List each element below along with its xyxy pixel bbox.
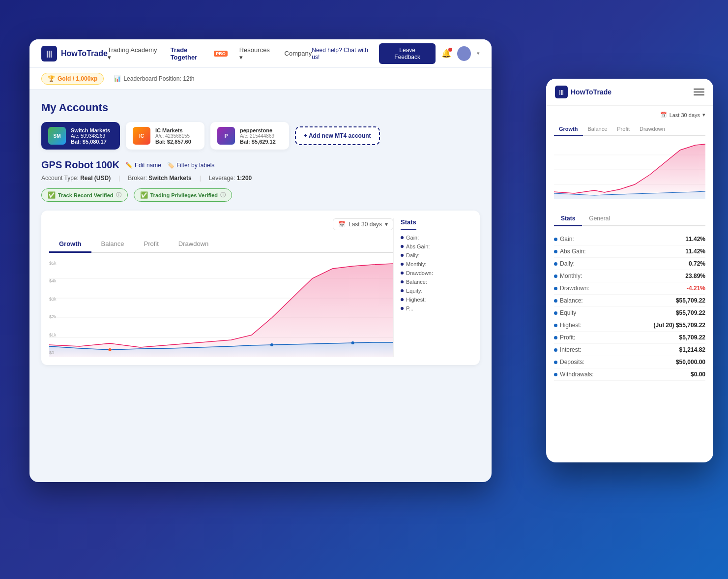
notif-dot — [448, 48, 452, 52]
mobile-stat-label-equity: Equity — [554, 309, 576, 316]
main-desktop-panel: ||| HowToTrade Trading Academy ▾ Trade T… — [29, 39, 492, 482]
tab-drawdown[interactable]: Drawdown — [169, 236, 218, 253]
mobile-stat-label-deposits: Deposits: — [554, 359, 584, 366]
filter-labels-link[interactable]: 🏷️ Filter by labels — [167, 162, 214, 169]
strategy-name: GPS Robot 100K — [41, 159, 119, 171]
mobile-stat-row-equity: Equity $55,709.22 — [554, 307, 705, 319]
nav-resources[interactable]: Resources ▾ — [239, 46, 273, 61]
mobile-tab-profit[interactable]: Profit — [612, 123, 635, 136]
edit-name-link[interactable]: ✏️ Edit name — [125, 162, 161, 169]
mobile-chart-area — [554, 140, 705, 199]
account-card-icmarkets[interactable]: IC IC Markets A/c: 423568155 Bal: $2,857… — [126, 122, 204, 150]
leaderboard-badge: 📊 Leaderboard Position: 12th — [114, 75, 194, 82]
mobile-tab-drawdown[interactable]: Drawdown — [635, 123, 670, 136]
chart-left: 📅 Last 30 days ▾ Growth Balance Profit D… — [49, 218, 393, 357]
mobile-stat-row-drawdown: Drawdown: -4.21% — [554, 282, 705, 295]
notification-icon[interactable]: 🔔 — [441, 49, 451, 58]
mobile-stat-row-withdrawals: Withdrawals: $0.00 — [554, 368, 705, 381]
verification-badges: ✅ Track Record Verified ⓘ ✅ Trading Priv… — [41, 188, 480, 202]
svg-point-5 — [270, 343, 273, 346]
stat-daily: Daily: — [401, 252, 472, 258]
feedback-button[interactable]: Leave Feedback — [379, 43, 436, 64]
account-info-pepper: pepperstone A/c: 215444869 Bal: $5,629.1… — [240, 127, 276, 145]
mobile-stats-section: Stats General Gain: 11.42% Abs Gain: 11.… — [546, 205, 713, 388]
nav-bar: ||| HowToTrade Trading Academy ▾ Trade T… — [29, 39, 492, 68]
account-info-ic: IC Markets A/c: 423568155 Bal: $2,857.60 — [155, 127, 191, 145]
mobile-logo[interactable]: ||| HowToTrade — [555, 86, 612, 98]
mobile-tab-balance[interactable]: Balance — [583, 123, 612, 136]
sub-header: 🏆 Gold / 1,000xp 📊 Leaderboard Position:… — [29, 68, 492, 90]
mobile-stat-dot-abs — [554, 250, 557, 253]
stat-dot-daily — [401, 254, 404, 257]
strategy-header: GPS Robot 100K ✏️ Edit name 🏷️ Filter by… — [41, 159, 480, 171]
nav-trade-together[interactable]: Trade Together PRO — [171, 46, 228, 61]
logo[interactable]: ||| HowToTrade — [41, 46, 108, 61]
mobile-stat-label-daily: Daily: — [554, 260, 575, 267]
stat-equity: Equity: — [401, 288, 472, 294]
mobile-stat-label-withdrawals: Withdrawals: — [554, 371, 594, 378]
tab-profit[interactable]: Profit — [134, 236, 168, 253]
hamburger-menu[interactable] — [694, 89, 704, 95]
check-icon: ✅ — [48, 191, 56, 199]
tab-balance[interactable]: Balance — [91, 236, 134, 253]
check-icon-2: ✅ — [140, 191, 148, 199]
mobile-date-picker[interactable]: 📅 Last 30 days ▾ — [660, 112, 705, 118]
stat-dot-highest — [401, 298, 404, 301]
mobile-stat-dot-gain — [554, 238, 557, 241]
xp-badge: 🏆 Gold / 1,000xp — [41, 73, 104, 85]
stats-title: Stats — [401, 218, 416, 230]
mobile-stat-value-daily: 0.72% — [689, 260, 705, 267]
mobile-stat-row-abs-gain: Abs Gain: 11.42% — [554, 245, 705, 258]
mobile-growth-chart — [554, 140, 705, 199]
pepperstone-logo: P — [217, 127, 235, 145]
mobile-stat-value-abs: 11.42% — [685, 248, 705, 255]
mobile-stats-tabs: Stats General — [554, 212, 705, 226]
mobile-stat-row-balance: Balance: $55,709.22 — [554, 295, 705, 307]
stat-monthly: Monthly: — [401, 261, 472, 267]
mobile-stat-row-highest: Highest: (Jul 20) $55,709.22 — [554, 319, 705, 332]
info-icon[interactable]: ⓘ — [116, 191, 121, 199]
mobile-logo-icon: ||| — [555, 86, 568, 98]
mobile-stats-tab-general[interactable]: General — [582, 212, 617, 226]
mobile-stat-row-profit: Profit: $5,709.22 — [554, 332, 705, 344]
avatar[interactable] — [457, 46, 471, 61]
chat-link[interactable]: Need help? Chat with us! — [312, 47, 373, 61]
mobile-stat-dot-highest — [554, 324, 557, 327]
info-icon-2[interactable]: ⓘ — [220, 191, 226, 199]
mobile-stat-label-abs: Abs Gain: — [554, 248, 586, 255]
mobile-stat-value-highest: (Jul 20) $55,709.22 — [654, 322, 705, 329]
mobile-stat-dot-monthly — [554, 274, 557, 278]
tab-growth[interactable]: Growth — [49, 236, 91, 253]
y-axis-labels: $5k $4k $3k $2k $1k $0 — [49, 259, 57, 357]
mobile-stat-dot-profit — [554, 336, 557, 339]
nav-right: Need help? Chat with us! Leave Feedback … — [312, 43, 480, 64]
mobile-nav: ||| HowToTrade — [546, 79, 713, 106]
mobile-stat-dot-deposits — [554, 361, 557, 364]
nav-trading-academy[interactable]: Trading Academy ▾ — [108, 46, 159, 61]
account-card-pepperstone[interactable]: P pepperstone A/c: 215444869 Bal: $5,629… — [210, 122, 289, 150]
mobile-stat-label-monthly: Monthly: — [554, 273, 582, 279]
add-account-button[interactable]: + Add new MT4 account — [295, 126, 380, 145]
mobile-stat-dot-interest — [554, 348, 557, 352]
mobile-stat-label-highest: Highest: — [554, 322, 582, 329]
mobile-stat-row-interest: Interest: $1,214.82 — [554, 344, 705, 356]
chart-icon: 📊 — [114, 75, 121, 82]
mobile-panel: ||| HowToTrade 📅 Last 30 days ▾ Growth B… — [546, 79, 713, 462]
mobile-tab-growth[interactable]: Growth — [554, 123, 583, 136]
mobile-stat-row-gain: Gain: 11.42% — [554, 233, 705, 245]
mobile-stat-value-balance: $55,709.22 — [676, 297, 705, 304]
nav-company[interactable]: Company — [285, 50, 312, 57]
track-record-badge: ✅ Track Record Verified ⓘ — [41, 188, 128, 202]
content-area: My Accounts SM Switch Markets A/c: 50934… — [29, 90, 492, 377]
stat-dot-monthly — [401, 263, 404, 266]
stat-p: P... — [401, 305, 472, 311]
mobile-stat-value-profit: $5,709.22 — [679, 334, 705, 341]
account-card-switch[interactable]: SM Switch Markets A/c: 509348269 Bal: $5… — [41, 122, 120, 150]
date-range-picker[interactable]: 📅 Last 30 days ▾ — [333, 218, 393, 230]
svg-point-6 — [351, 341, 354, 344]
mobile-stats-tab-stats[interactable]: Stats — [554, 212, 582, 226]
stat-dot-equity — [401, 289, 404, 292]
stat-balance: Balance: — [401, 279, 472, 285]
mobile-stat-dot-balance — [554, 299, 557, 303]
mobile-stat-value-deposits: $50,000.00 — [676, 359, 705, 366]
